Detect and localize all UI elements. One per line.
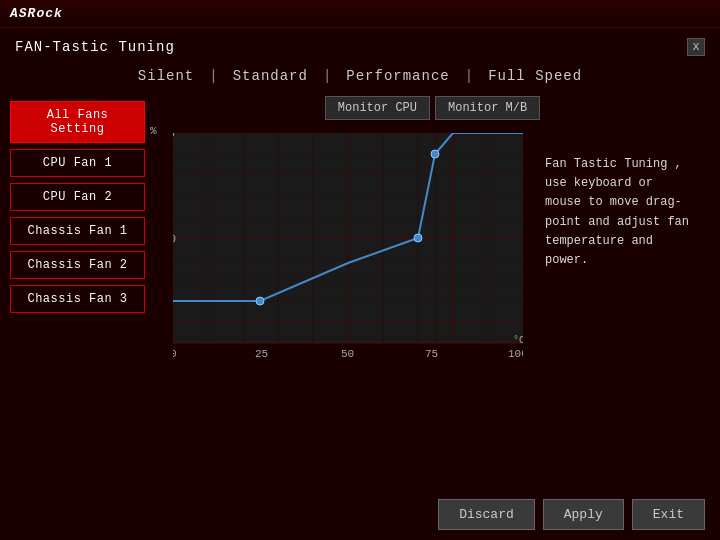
svg-text:100: 100 bbox=[508, 348, 523, 360]
exit-button[interactable]: Exit bbox=[632, 499, 705, 530]
svg-text:25: 25 bbox=[255, 348, 268, 360]
svg-text:50: 50 bbox=[173, 233, 176, 245]
btn-cpu-fan2[interactable]: CPU Fan 2 bbox=[10, 183, 145, 211]
svg-text:75: 75 bbox=[425, 348, 438, 360]
btn-cpu-fan1[interactable]: CPU Fan 1 bbox=[10, 149, 145, 177]
bottom-bar: Discard Apply Exit bbox=[0, 489, 720, 540]
tab-silent[interactable]: Silent bbox=[123, 66, 209, 86]
y-axis-label: % bbox=[150, 125, 157, 137]
svg-text:100: 100 bbox=[173, 133, 175, 140]
monitor-cpu-button[interactable]: Monitor CPU bbox=[325, 96, 430, 120]
svg-point-26 bbox=[431, 150, 439, 158]
main-content: FAN-Tastic Tuning X Silent | Standard | … bbox=[0, 28, 720, 540]
monitor-buttons: Monitor CPU Monitor M/B bbox=[155, 96, 710, 120]
chart-and-info: % bbox=[155, 125, 710, 365]
chart-section: Monitor CPU Monitor M/B % bbox=[155, 96, 710, 489]
btn-chassis-fan1[interactable]: Chassis Fan 1 bbox=[10, 217, 145, 245]
discard-button[interactable]: Discard bbox=[438, 499, 535, 530]
close-button[interactable]: X bbox=[687, 38, 705, 56]
brand-logo: ASRock bbox=[10, 6, 63, 21]
svg-text:50: 50 bbox=[341, 348, 354, 360]
btn-all-fans[interactable]: All Fans Setting bbox=[10, 101, 145, 143]
tab-fullspeed[interactable]: Full Speed bbox=[473, 66, 597, 86]
chart-svg: 100 50 0 25 50 75 100 °C bbox=[173, 133, 523, 363]
tab-standard[interactable]: Standard bbox=[218, 66, 323, 86]
btn-chassis-fan3[interactable]: Chassis Fan 3 bbox=[10, 285, 145, 313]
tab-performance[interactable]: Performance bbox=[331, 66, 464, 86]
monitor-mb-button[interactable]: Monitor M/B bbox=[435, 96, 540, 120]
btn-chassis-fan2[interactable]: Chassis Fan 2 bbox=[10, 251, 145, 279]
info-description: Fan Tastic Tuning , use keyboard or mous… bbox=[545, 157, 689, 267]
window-title: FAN-Tastic Tuning bbox=[15, 39, 175, 55]
body-area: All Fans Setting CPU Fan 1 CPU Fan 2 Cha… bbox=[0, 96, 720, 489]
top-bar: ASRock bbox=[0, 0, 720, 28]
tab-row: Silent | Standard | Performance | Full S… bbox=[0, 61, 720, 96]
info-text-box: Fan Tastic Tuning , use keyboard or mous… bbox=[535, 125, 695, 365]
apply-button[interactable]: Apply bbox=[543, 499, 624, 530]
svg-text:0: 0 bbox=[173, 348, 177, 360]
title-bar: FAN-Tastic Tuning X bbox=[0, 28, 720, 61]
svg-point-25 bbox=[414, 234, 422, 242]
sidebar: All Fans Setting CPU Fan 1 CPU Fan 2 Cha… bbox=[10, 96, 155, 489]
fan-chart[interactable]: % bbox=[155, 125, 525, 365]
svg-point-24 bbox=[256, 297, 264, 305]
svg-text:°C: °C bbox=[513, 335, 523, 346]
